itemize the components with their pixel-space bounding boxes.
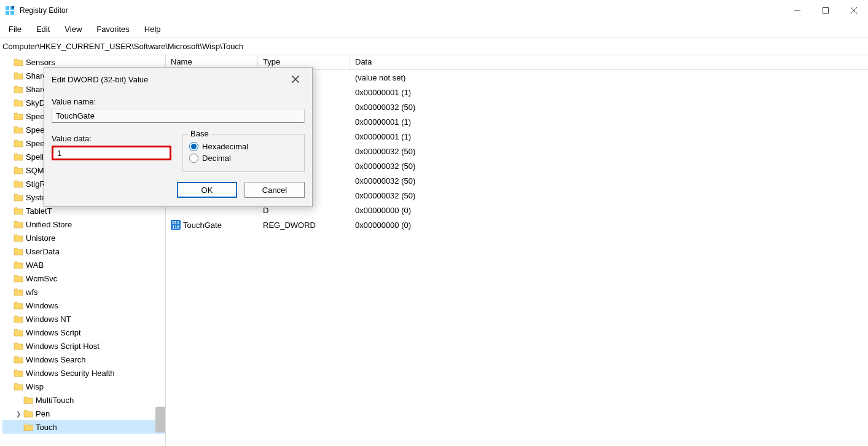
radio-dec-row[interactable]: Decimal bbox=[189, 154, 298, 163]
folder-icon bbox=[14, 328, 23, 337]
folder-icon bbox=[14, 71, 23, 80]
folder-icon bbox=[14, 247, 23, 256]
cell-name: 011110TouchGate bbox=[166, 219, 258, 231]
cell-data: 0x00000032 (50) bbox=[350, 101, 868, 113]
folder-icon bbox=[14, 152, 23, 161]
dialog-titlebar[interactable]: Edit DWORD (32-bit) Value bbox=[44, 68, 312, 91]
cell-type: REG_DWORD bbox=[258, 219, 350, 231]
folder-icon bbox=[14, 193, 23, 201]
radio-hex-row[interactable]: Hexadecimal bbox=[189, 142, 298, 151]
app-icon bbox=[5, 6, 15, 15]
svg-point-4 bbox=[12, 6, 15, 9]
menu-favorites[interactable]: Favorites bbox=[89, 22, 136, 36]
tree-item-windows-security-health[interactable]: Windows Security Health bbox=[2, 366, 165, 380]
tree-item-label: Unified Store bbox=[26, 220, 72, 229]
tree-item-unistore[interactable]: Unistore bbox=[2, 231, 165, 245]
tree-scrollbar-thumb[interactable] bbox=[155, 407, 165, 432]
folder-icon bbox=[14, 301, 23, 310]
cell-data: 0x00000032 (50) bbox=[350, 146, 868, 157]
folder-icon bbox=[14, 342, 23, 350]
close-button[interactable] bbox=[840, 0, 868, 21]
folder-icon bbox=[14, 98, 23, 107]
svg-rect-5 bbox=[823, 8, 829, 14]
list-row[interactable]: 011110TouchGate REG_DWORD 0x00000000 (0) bbox=[166, 217, 868, 232]
svg-rect-0 bbox=[6, 6, 9, 10]
tree-item-label: TabletT bbox=[26, 206, 52, 216]
tree-item-pen[interactable]: ❯ Pen bbox=[2, 407, 165, 420]
title-bar: Registry Editor bbox=[0, 0, 868, 21]
menu-file[interactable]: File bbox=[1, 22, 29, 36]
tree-item-wisp[interactable]: Wisp bbox=[2, 380, 165, 393]
dialog-title: Edit DWORD (32-bit) Value bbox=[52, 75, 148, 84]
folder-icon bbox=[14, 139, 23, 147]
cancel-button[interactable]: Cancel bbox=[244, 182, 305, 198]
value-name-input[interactable] bbox=[52, 109, 305, 123]
menu-edit[interactable]: Edit bbox=[29, 22, 57, 36]
dialog-close-button[interactable] bbox=[286, 70, 305, 88]
tree-item-touch[interactable]: Touch bbox=[2, 420, 165, 434]
menu-view[interactable]: View bbox=[57, 22, 89, 36]
tree-item-multitouch[interactable]: MultiTouch bbox=[2, 393, 165, 407]
tree-item-label: Windows bbox=[26, 301, 58, 310]
tree-item-label: Windows NT bbox=[26, 315, 71, 324]
address-bar[interactable]: Computer\HKEY_CURRENT_USER\Software\Micr… bbox=[0, 38, 868, 55]
folder-icon bbox=[14, 233, 23, 242]
tree-item-wfs[interactable]: wfs bbox=[2, 285, 165, 299]
folder-icon bbox=[23, 396, 33, 404]
folder-icon bbox=[14, 179, 23, 188]
folder-icon bbox=[14, 166, 23, 174]
base-legend: Base bbox=[188, 129, 211, 138]
tree-item-windows-script-host[interactable]: Windows Script Host bbox=[2, 339, 165, 353]
tree-item-label: MultiTouch bbox=[36, 396, 74, 405]
value-data-highlight bbox=[52, 146, 171, 160]
ok-button[interactable]: OK bbox=[177, 182, 237, 198]
address-text: Computer\HKEY_CURRENT_USER\Software\Micr… bbox=[2, 42, 243, 51]
folder-icon bbox=[14, 274, 23, 283]
menu-help[interactable]: Help bbox=[137, 22, 168, 36]
tree-item-label: Pen bbox=[36, 409, 50, 418]
folder-icon bbox=[23, 409, 33, 418]
folder-icon bbox=[14, 125, 23, 134]
cell-data: 0x00000000 (0) bbox=[350, 205, 868, 216]
radio-dec[interactable] bbox=[189, 154, 198, 163]
folder-icon bbox=[14, 288, 23, 296]
radio-hex[interactable] bbox=[189, 142, 198, 151]
tree-item-unified-store[interactable]: Unified Store bbox=[2, 217, 165, 231]
titlebar-left: Registry Editor bbox=[5, 6, 68, 15]
folder-icon bbox=[14, 315, 23, 323]
radio-hex-label: Hexadecimal bbox=[202, 142, 248, 151]
tree-item-wab[interactable]: WAB bbox=[2, 258, 165, 272]
base-fieldset: Base Hexadecimal Decimal bbox=[182, 134, 305, 172]
tree-item-windows-script[interactable]: Windows Script bbox=[2, 326, 165, 339]
tree-item-windows-nt[interactable]: Windows NT bbox=[2, 312, 165, 326]
window-title: Registry Editor bbox=[20, 6, 68, 15]
tree-item-label: Wisp bbox=[26, 382, 44, 391]
cell-data: 0x00000000 (0) bbox=[350, 219, 868, 231]
folder-icon bbox=[14, 260, 23, 269]
folder-icon bbox=[23, 423, 33, 431]
value-data-input[interactable] bbox=[53, 147, 170, 158]
tree-item-userdata[interactable]: UserData bbox=[2, 245, 165, 258]
cell-data: 0x00000001 (1) bbox=[350, 87, 868, 98]
tree-item-label: UserData bbox=[26, 247, 60, 256]
tree-item-label: Windows Script Host bbox=[26, 342, 100, 351]
edit-dword-dialog: Edit DWORD (32-bit) Value Value name: Va… bbox=[44, 67, 313, 207]
maximize-button[interactable] bbox=[811, 0, 840, 21]
tree-item-label: Windows Script bbox=[26, 328, 81, 337]
cell-data: 0x00000001 (1) bbox=[350, 131, 868, 143]
tree-item-label: Windows Search bbox=[26, 355, 86, 364]
tree-item-wcmsvc[interactable]: WcmSvc bbox=[2, 272, 165, 285]
folder-icon bbox=[14, 58, 23, 66]
tree-item-windows-search[interactable]: Windows Search bbox=[2, 353, 165, 366]
col-header-data[interactable]: Data bbox=[350, 55, 868, 69]
tree-item-label: WAB bbox=[26, 260, 44, 270]
folder-icon bbox=[14, 112, 23, 120]
menu-bar: File Edit View Favorites Help bbox=[0, 21, 868, 38]
cell-name bbox=[166, 209, 258, 211]
value-name-label: Value name: bbox=[52, 97, 305, 106]
svg-rect-3 bbox=[10, 11, 14, 15]
radio-dec-label: Decimal bbox=[202, 154, 231, 163]
minimize-button[interactable] bbox=[783, 0, 811, 21]
expand-icon[interactable]: ❯ bbox=[15, 410, 22, 417]
tree-item-windows[interactable]: Windows bbox=[2, 299, 165, 312]
